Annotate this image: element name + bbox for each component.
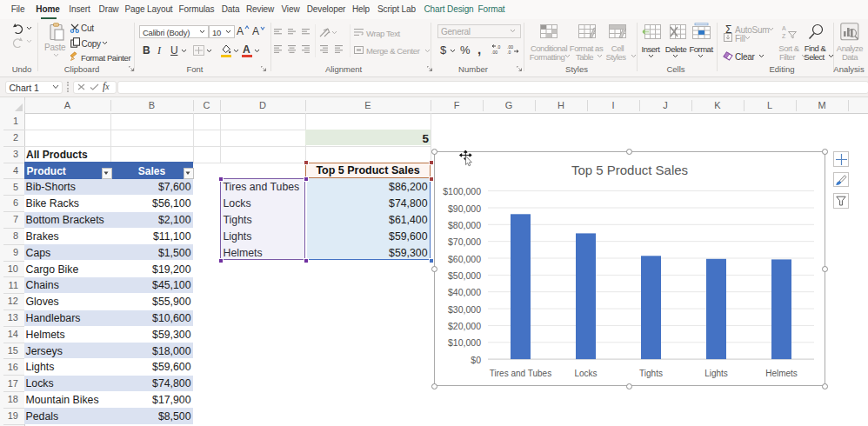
svg-text:.0: .0 (507, 50, 511, 55)
svg-text:A: A (782, 25, 786, 31)
svg-text:.00: .00 (491, 50, 497, 55)
svg-text:Z: Z (782, 33, 786, 39)
